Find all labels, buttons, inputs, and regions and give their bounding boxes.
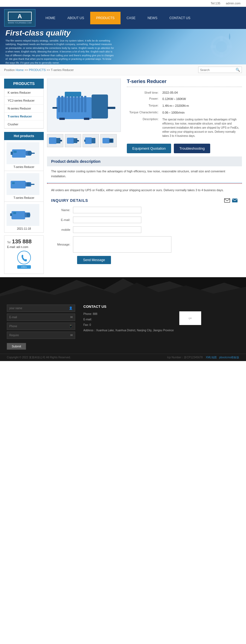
logo-tagline: WWW.YOURWEB.COM (8, 22, 32, 24)
phone-icon (20, 254, 28, 261)
search-button[interactable]: 🔍 (236, 68, 240, 72)
email-icon (224, 198, 230, 203)
person-icon: 👤 (69, 306, 73, 310)
mobile-input[interactable] (73, 226, 141, 233)
inquiry-form: Name: E-mail: mobile Message: Send Messa… (47, 204, 242, 271)
nav-products[interactable]: PRODUCTS (90, 12, 121, 24)
spec-row-torque-char: Torque Characteristic: 0.06～1000r/min (127, 110, 241, 116)
banner: First-class quality The film seems relay… (0, 29, 246, 64)
dot-divider (47, 183, 242, 184)
motor-icon-3 (9, 206, 37, 224)
hot-product-img-3 (7, 204, 39, 226)
thumb-4[interactable] (100, 134, 117, 147)
svg-rect-34 (52, 107, 57, 109)
footer-phone-input[interactable] (9, 325, 69, 328)
search-input[interactable] (200, 68, 236, 72)
svg-rect-38 (49, 137, 57, 144)
footer-icp: Icp Number：苏CP12345678 XML地图 pbootcms模板版 (167, 356, 239, 359)
thumb-1[interactable] (47, 134, 63, 147)
svg-rect-43 (77, 140, 79, 141)
name-input[interactable] (73, 207, 141, 213)
svg-rect-37 (84, 118, 89, 120)
footer-require-input[interactable] (9, 334, 70, 337)
footer-form-area: 👤 ✉ 📱 ✉ Submit (7, 305, 75, 350)
svg-rect-10 (31, 153, 35, 154)
email-val1: adi (16, 246, 20, 249)
footer-name-input[interactable] (9, 307, 69, 310)
sidebar: PRODUCTS K series Reducer YCJ-series Red… (4, 79, 44, 274)
footer-submit-button[interactable]: Submit (7, 343, 26, 350)
message-input[interactable] (73, 236, 171, 253)
sidebar-item-crusher[interactable]: Crusher (4, 120, 43, 128)
thumb-svg-4 (101, 135, 116, 146)
thumb-svg-3 (84, 135, 98, 146)
hot-product-3: 2021-11-18 (4, 202, 44, 233)
search-box[interactable]: 🔍 (198, 67, 242, 73)
troubleshooting-button[interactable]: Troubleshooting (174, 144, 210, 153)
sidebar-item-k-series[interactable]: K series Reducer (4, 89, 43, 97)
nav-news[interactable]: NEWS (142, 12, 163, 24)
position-label: Position (4, 68, 15, 72)
svg-rect-30 (81, 96, 83, 112)
nav-home[interactable]: HOME (40, 12, 61, 24)
svg-rect-11 (13, 151, 17, 153)
tel-num1: 135 (12, 238, 21, 245)
power-label: Power: (127, 96, 160, 102)
email-icon-area (224, 198, 238, 203)
svg-rect-35 (65, 92, 81, 97)
header-nav: A WWW.YOURWEB.COM HOME ABOUT US PRODUCTS… (0, 7, 246, 29)
nav-case[interactable]: CASE (121, 12, 142, 24)
equipment-quotation-button[interactable]: Equipment Quotation (127, 144, 171, 153)
svg-rect-16 (12, 182, 15, 184)
footer-phone-field[interactable]: 📱 (7, 323, 75, 330)
form-row-name: Name: (51, 207, 238, 213)
sidebar-item-t-series[interactable]: T-series Reducer (4, 113, 43, 120)
details-body-1: The special motor cooling system has the… (47, 166, 242, 181)
nav-about[interactable]: ABOUT US (61, 12, 90, 24)
footer-name-field[interactable]: 👤 (7, 305, 75, 312)
breadcrumb-current: T-series Reducer (51, 68, 74, 72)
hours-badge: 24hrs (17, 265, 31, 269)
thumb-2[interactable] (65, 134, 81, 147)
motor-icon-1 (9, 144, 37, 163)
breadcrumb-home[interactable]: Home (16, 68, 24, 72)
breadcrumb-products[interactable]: PRODUCTS (29, 68, 46, 72)
hot-product-label-2: T-series Reducer (7, 196, 41, 199)
logo-letter[interactable]: A (8, 12, 32, 21)
footer-mountain (0, 277, 246, 299)
details-body-2: All orders are shipped by UPS or FedEx, … (47, 185, 242, 196)
name-label: Name: (51, 208, 70, 212)
sidebar-item-ycj-series[interactable]: YCJ-series Reducer (4, 97, 43, 105)
svg-rect-24 (61, 96, 63, 112)
product-buttons: Equipment Quotation Troubleshooting (127, 144, 242, 153)
footer-require-field[interactable]: ✉ (7, 332, 75, 339)
svg-rect-20 (10, 213, 12, 216)
hot-product-2: T-series Reducer (4, 171, 44, 202)
email-label: E-mail: (51, 218, 70, 221)
footer-email-input[interactable] (9, 316, 70, 319)
inquiry-title: INQUIRY DETAILS (51, 198, 88, 203)
svg-rect-33 (107, 107, 115, 109)
power-value: 0.12KW～160KW (161, 96, 241, 102)
spec-table: Shelf time: 2022-05-04 Power: 0.12KW～160… (127, 89, 242, 140)
thumb-3[interactable] (83, 134, 99, 147)
xml-sitemap-link[interactable]: XML地图 (206, 356, 217, 359)
top-bar: Tel:135 admin.com (0, 0, 246, 7)
breadcrumb-bar: Position Home >> PRODUCTS >> T-series Re… (0, 64, 246, 75)
nav-contact[interactable]: CONTACT US (163, 12, 197, 24)
footer-email-field[interactable]: ✉ (7, 314, 75, 321)
email-input[interactable] (73, 217, 141, 223)
svg-rect-29 (78, 96, 80, 112)
inquiry-header: INQUIRY DETAILS (47, 196, 242, 204)
svg-rect-50 (224, 199, 230, 202)
hot-product-img-1 (7, 142, 39, 164)
hot-product-img-2 (7, 173, 39, 195)
sidebar-item-n-series[interactable]: N-series Reducer (4, 105, 43, 113)
svg-rect-45 (92, 138, 95, 143)
contact-tel: Tel 135 888 (7, 238, 41, 245)
send-message-button[interactable]: Send Message (77, 256, 111, 264)
pbootcms-link[interactable]: pbootcms模板版 (219, 356, 239, 359)
tel-label: Tel (7, 241, 11, 244)
svg-rect-21 (13, 212, 16, 214)
torque-char-value: 0.06～1000r/min (161, 110, 241, 116)
